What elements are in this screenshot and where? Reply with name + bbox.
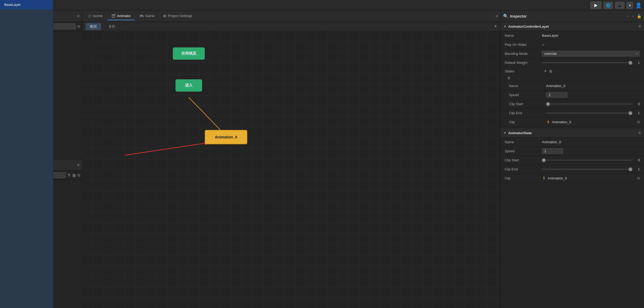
state-clip-icon: 🏃 <box>546 120 550 124</box>
acl-section-title: AnimatorControllerLayer <box>508 24 637 28</box>
param-button[interactable]: 参数 <box>104 23 120 30</box>
state-index-0-val: 0 <box>508 76 510 80</box>
prop-default-weight: Default Weight 1 <box>500 58 644 67</box>
scene-tab-label-mid: Scene <box>93 14 103 18</box>
as-clip-start-slider[interactable] <box>542 160 632 161</box>
project-settings-icon: ⚙ <box>163 14 166 18</box>
as-name-value: Animation_0 <box>542 140 640 144</box>
mobile-button[interactable]: 📱 <box>615 2 624 9</box>
filter-icon[interactable]: ⚗ <box>67 173 71 177</box>
hierarchy-copy-btn[interactable]: ⧉ <box>77 24 80 29</box>
acl-section-menu[interactable]: ≡ <box>638 24 641 29</box>
prop-as-clip-start: Clip Start 0 <box>500 156 644 165</box>
as-speed-label: Speed <box>505 149 542 153</box>
project-menu-btn[interactable]: ≡ <box>77 163 80 167</box>
tab-game[interactable]: 🎮 Game <box>136 12 158 20</box>
state-clip-value: 🏃 Animation_0 ⧉ <box>546 120 640 124</box>
any-state-label: 任何状态 <box>181 51 196 56</box>
animator-canvas[interactable]: 任何状态 进入 Animation_0 <box>82 31 500 308</box>
prop-name: Name BaseLayer <box>500 31 644 40</box>
animator-tabs-bar: ⬡ Scene 🎬 Animator 🎮 Game ⚙ Project Sett… <box>82 11 500 22</box>
as-speed-input[interactable] <box>542 148 563 154</box>
animator-arrows-svg <box>82 31 500 308</box>
default-weight-slider-row: 1 <box>542 61 640 65</box>
state-clip-start-value: 0 <box>634 102 640 106</box>
game-tab-icon: 🎮 <box>139 14 144 18</box>
blending-mode-arrow: ▾ <box>636 52 637 55</box>
node-any-state[interactable]: 任何状态 <box>173 47 205 60</box>
prop-state-clip-start: Clip Start 0 <box>500 100 644 109</box>
default-weight-label: Default Weight <box>505 61 542 65</box>
as-clip-value: 🏃 Animation_0 ⧉ <box>542 176 640 180</box>
section-animator-controller-layer[interactable]: ▼ AnimatorControllerLayer ≡ <box>500 22 644 31</box>
tab-project-settings[interactable]: ⚙ Project Settings <box>159 12 196 20</box>
play-button[interactable]: ▶ <box>590 1 601 9</box>
globe-button[interactable]: 🌐 <box>604 2 613 9</box>
state-clip-name: Animation_0 <box>552 120 571 124</box>
as-clip-end-value: 1 <box>634 167 640 171</box>
state-clip-start-label: Clip Start <box>509 102 546 106</box>
grid-icon[interactable]: ▦ <box>72 173 76 177</box>
state-index-0: 0 <box>500 75 644 81</box>
inspector-back-btn[interactable]: ‹ <box>625 14 630 19</box>
animator-content: BaseLayer <box>82 31 500 308</box>
inspector-icon: 🔍 <box>503 14 508 19</box>
state-clip-open-btn[interactable]: ⧉ <box>637 120 640 124</box>
state-clip-start-slider[interactable] <box>546 104 632 104</box>
project-settings-label: Project Settings <box>168 14 192 18</box>
state-clip-end-slider-row: 1 <box>546 111 640 115</box>
top-bar: ⬡ Scene 📦 girl ▶ 🌐 📱 ▾ 👤 <box>0 0 644 11</box>
state-speed-input[interactable] <box>546 92 567 98</box>
as-clip-start-slider-row: 0 <box>542 158 640 162</box>
play-on-wake-check[interactable]: ✓ <box>542 43 545 47</box>
animator-toolbar: 图层 参数 + <box>82 22 500 31</box>
node-animation-0[interactable]: Animation_0 <box>205 130 247 144</box>
state-clip-start-slider-row: 0 <box>546 102 640 106</box>
as-clip-label: Clip <box>505 176 542 180</box>
layer-button[interactable]: 图层 <box>86 23 101 30</box>
as-section-arrow: ▼ <box>504 131 507 134</box>
section-animator-state[interactable]: ▼ AnimatorState ≡ <box>500 128 644 138</box>
inspector-lock-btn[interactable]: 🔓 <box>637 14 641 18</box>
as-name-label: Name <box>505 140 542 144</box>
name-prop-label: Name <box>505 34 542 38</box>
enter-label: 进入 <box>185 83 193 88</box>
prop-state-name: Name Animation_0 <box>500 81 644 91</box>
list-icon[interactable]: ⧉ <box>77 173 80 178</box>
as-clip-end-label: Clip End <box>505 167 542 171</box>
prop-as-speed: Speed <box>500 147 644 156</box>
default-weight-value: 1 <box>634 61 640 65</box>
tab-animator[interactable]: 🎬 Animator <box>107 12 135 20</box>
scene-tab-icon-mid: ⬡ <box>88 14 91 18</box>
inspector-header: 🔍 Inspector ‹ › 🔓 <box>500 11 644 22</box>
hierarchy-menu-btn[interactable]: ≡ <box>77 14 80 19</box>
animator-area: 图层 参数 + BaseLayer <box>82 22 500 308</box>
inspector-forward-btn[interactable]: › <box>631 14 635 19</box>
as-section-title: AnimatorState <box>508 131 637 135</box>
as-clip-start-label: Clip Start <box>505 158 542 162</box>
svg-line-1 <box>125 143 205 155</box>
user-icon[interactable]: 👤 <box>635 2 642 9</box>
dropdown-button[interactable]: ▾ <box>626 2 633 9</box>
mid-panel-menu-btn[interactable]: ≡ <box>496 14 498 19</box>
states-config-btn[interactable]: ⚙ <box>549 69 553 73</box>
as-clip-end-slider[interactable] <box>542 169 632 170</box>
prop-as-name: Name Animation_0 <box>500 138 644 147</box>
state-clip-end-slider[interactable] <box>546 113 632 113</box>
node-enter[interactable]: 进入 <box>175 79 202 92</box>
states-add-btn[interactable]: + <box>544 68 547 74</box>
prop-blending-mode: Blending Mode override ▾ <box>500 49 644 58</box>
prop-state-clip-end: Clip End 1 <box>500 109 644 118</box>
as-clip-open-btn[interactable]: ⧉ <box>637 176 640 180</box>
game-tab-label: Game <box>145 14 154 18</box>
blending-mode-dropdown[interactable]: override ▾ <box>542 51 640 56</box>
as-section-menu[interactable]: ≡ <box>638 130 641 135</box>
state-name-value: Animation_0 <box>546 84 640 88</box>
inspector-nav: ‹ › <box>625 14 635 19</box>
default-weight-slider[interactable] <box>542 62 632 63</box>
tab-scene-mid[interactable]: ⬡ Scene <box>85 12 106 20</box>
as-clip-icon: 🏃 <box>542 176 546 180</box>
mid-panel: ⬡ Scene 🎬 Animator 🎮 Game ⚙ Project Sett… <box>82 11 500 308</box>
add-state-button[interactable]: + <box>494 24 497 29</box>
top-bar-tabs: ⬡ Scene 📦 girl <box>2 2 588 9</box>
